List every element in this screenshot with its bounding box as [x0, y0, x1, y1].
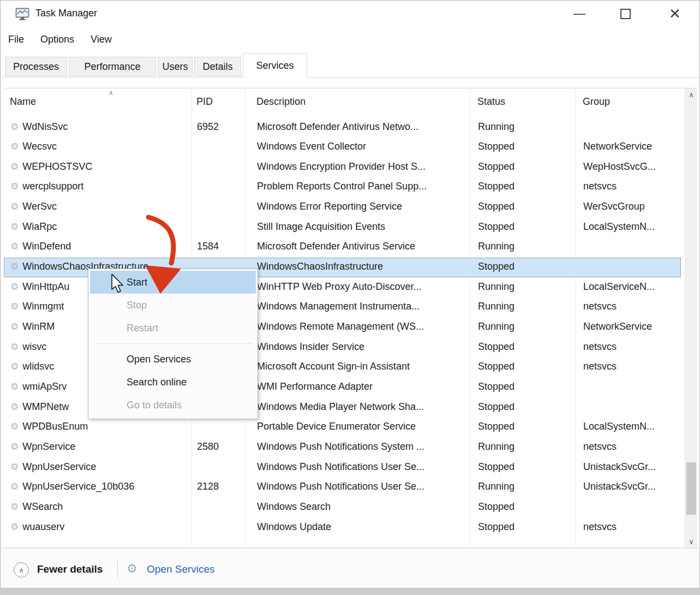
service-name: ⚙WEPHOSTSVC [10, 161, 92, 172]
scrollbar-thumb[interactable] [686, 462, 696, 515]
service-description: Windows Update [257, 521, 331, 533]
menu-separator [95, 343, 252, 344]
open-services-link[interactable]: Open Services [147, 563, 215, 575]
service-group: netsvcs [583, 521, 617, 533]
service-name: ⚙WdNisSvc [10, 121, 68, 133]
table-row[interactable]: ⚙WdNisSvc6952Microsoft Defender Antiviru… [4, 118, 681, 138]
service-group: NetworkService [583, 141, 652, 152]
table-row[interactable]: ⚙WPDBusEnumPortable Device Enumerator Se… [4, 418, 681, 437]
service-name: ⚙wmiApSrv [10, 381, 67, 392]
service-group: WepHostSvcG... [583, 161, 656, 172]
service-status: Stopped [478, 401, 514, 413]
column-header-status[interactable]: Status [477, 96, 505, 108]
vertical-scrollbar[interactable]: ∧ ∨ [685, 88, 697, 548]
service-status: Stopped [478, 381, 514, 392]
service-description: Microsoft Defender Antivirus Netwo... [257, 121, 418, 133]
menubar-item-file[interactable]: File [1, 32, 32, 50]
tab-performance[interactable]: Performance [69, 57, 156, 76]
service-name: ⚙WPDBusEnum [10, 421, 88, 432]
table-row[interactable]: ⚙WerSvcWindows Error Reporting ServiceSt… [4, 198, 681, 217]
minimize-button[interactable]: — [566, 1, 593, 27]
close-button[interactable]: ✕ [661, 1, 689, 27]
menubar-item-view[interactable]: View [82, 32, 120, 50]
scroll-down-icon[interactable]: ∨ [685, 536, 697, 548]
service-pid: 2128 [197, 481, 219, 492]
column-header-pid[interactable]: PID [196, 96, 213, 108]
service-gear-icon: ⚙ [10, 522, 19, 532]
service-description: WinHTTP Web Proxy Auto-Discover... [257, 281, 421, 293]
scroll-up-icon[interactable]: ∧ [685, 88, 697, 100]
service-description: Problem Reports Control Panel Supp... [257, 181, 427, 192]
service-description: Windows Event Collector [257, 141, 366, 152]
context-menu-item-open-services[interactable]: Open Services [90, 348, 256, 371]
service-status: Stopped [478, 261, 514, 272]
maximize-button[interactable] [612, 1, 639, 27]
service-gear-icon: ⚙ [10, 141, 19, 152]
context-menu-item-search-online[interactable]: Search online [90, 371, 256, 394]
column-header-description[interactable]: Description [256, 96, 306, 108]
table-row[interactable]: ⚙WpnUserServiceWindows Push Notification… [4, 458, 681, 478]
service-pid: 2580 [197, 441, 219, 453]
service-gear-icon: ⚙ [10, 361, 19, 372]
fewer-details-button[interactable]: Fewer details [37, 563, 103, 575]
service-status: Stopped [478, 161, 514, 172]
window-title: Task Manager [35, 8, 97, 19]
service-status: Running [478, 281, 514, 293]
table-row[interactable]: ⚙WiaRpcStill Image Acquisition EventsSto… [4, 218, 681, 237]
table-row[interactable]: ⚙WinDefend1584Microsoft Defender Antivir… [4, 237, 681, 257]
column-header-name[interactable]: Name [10, 96, 36, 108]
service-name: ⚙wisvc [10, 341, 46, 353]
service-description: Windows Insider Service [257, 341, 364, 353]
tab-users[interactable]: Users [158, 57, 193, 76]
context-menu: StartStopRestartOpen ServicesSearch onli… [88, 269, 258, 419]
service-group: LocalSystemN... [583, 421, 655, 432]
services-gear-icon: ⚙ [127, 562, 137, 576]
service-description: Still Image Acquisition Events [257, 221, 385, 233]
service-name: ⚙WpnService [10, 441, 75, 453]
table-row[interactable]: ⚙WSearchWindows SearchStopped [4, 498, 681, 517]
table-row[interactable]: ⚙WEPHOSTSVCWindows Encryption Provider H… [4, 158, 681, 177]
service-gear-icon: ⚙ [10, 342, 19, 352]
table-row[interactable]: ⚙wercplsupportProblem Reports Control Pa… [4, 177, 681, 197]
service-description: WMI Performance Adapter [257, 381, 373, 392]
service-gear-icon: ⚙ [10, 122, 19, 132]
service-name: ⚙WiaRpc [10, 221, 57, 233]
tab-processes[interactable]: Processes [5, 57, 67, 76]
service-description: Windows Push Notifications User Se... [257, 461, 424, 473]
service-gear-icon: ⚙ [10, 462, 19, 472]
service-status: Stopped [478, 201, 514, 212]
service-status: Running [478, 481, 514, 492]
tab-services[interactable]: Services [243, 53, 307, 78]
service-gear-icon: ⚙ [10, 181, 19, 192]
table-row[interactable]: ⚙WpnUserService_10b0362128Windows Push N… [4, 478, 681, 497]
service-gear-icon: ⚙ [10, 402, 19, 412]
table-row[interactable]: ⚙WpnService2580Windows Push Notification… [4, 438, 681, 457]
task-manager-icon[interactable] [15, 7, 30, 22]
service-name: ⚙WSearch [10, 501, 63, 513]
service-gear-icon: ⚙ [10, 481, 19, 492]
table-row[interactable]: ⚙WecsvcWindows Event CollectorStoppedNet… [4, 138, 681, 157]
service-name: ⚙WMPNetw [10, 401, 69, 413]
service-status: Running [478, 241, 514, 252]
service-name: ⚙WinHttpAu [10, 281, 69, 293]
service-gear-icon: ⚙ [10, 502, 19, 512]
service-status: Stopped [478, 501, 514, 513]
service-name: ⚙WerSvc [10, 201, 57, 212]
service-name: ⚙Wecsvc [10, 141, 57, 152]
service-description: Windows Push Notifications User Se... [257, 481, 424, 492]
fewer-details-chevron-icon[interactable]: ∧ [14, 562, 29, 578]
column-header-group[interactable]: Group [583, 96, 610, 108]
service-description: WindowsChaosInfrastructure [257, 261, 383, 272]
service-status: Stopped [478, 421, 514, 432]
service-gear-icon: ⚙ [10, 201, 19, 212]
context-menu-item-start[interactable]: Start [90, 271, 256, 294]
service-status: Running [478, 321, 514, 332]
table-row[interactable]: ⚙wuauservWindows UpdateStoppednetsvcs [4, 518, 681, 538]
service-description: Microsoft Defender Antivirus Service [257, 241, 415, 252]
service-group: netsvcs [583, 341, 617, 353]
tab-details[interactable]: Details [194, 57, 241, 76]
service-status: Running [478, 301, 514, 312]
service-name: ⚙WinDefend [10, 241, 71, 252]
menubar-item-options[interactable]: Options [32, 32, 82, 50]
service-description: Windows Encryption Provider Host S... [257, 161, 426, 172]
